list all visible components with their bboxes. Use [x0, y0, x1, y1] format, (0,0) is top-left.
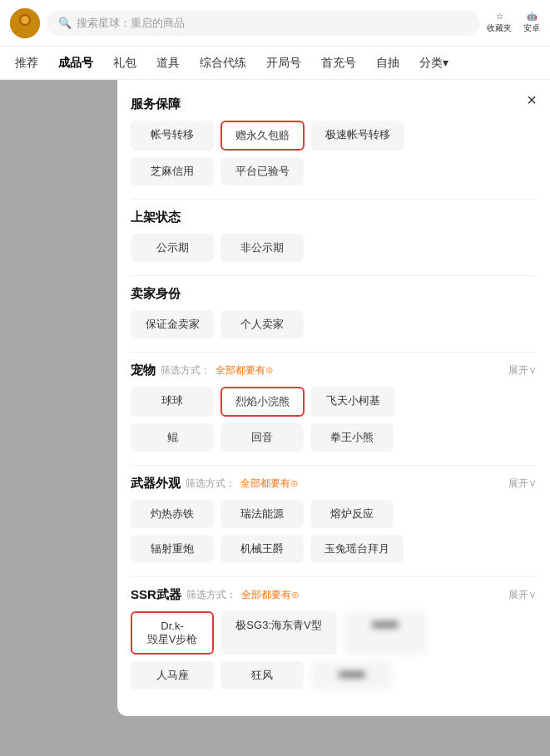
tab-agent[interactable]: 综合代练	[191, 51, 255, 76]
tag-weapon-radiation-cannon[interactable]: 辐射重炮	[131, 535, 214, 563]
section-weapon-title: 武器外观	[131, 476, 181, 492]
weapon-section-header: 武器外观 筛选方式： 全部都要有⊙ 展开∨	[131, 476, 537, 492]
section-pet-title: 宠物	[131, 363, 156, 378]
section-service: 服务保障 帐号转移 赠永久包赔 极速帐号转移 芝麻信用 平台已验号	[131, 96, 537, 185]
tag-fast-transfer[interactable]: 极速帐号转移	[311, 121, 404, 151]
section-seller: 卖家身份 保证金卖家 个人卖家	[131, 286, 537, 338]
status-tags-row-1: 公示期 非公示期	[131, 234, 537, 262]
seller-tags-row-1: 保证金卖家 个人卖家	[131, 310, 537, 338]
tag-weapon-swiss-energy[interactable]: 瑞法能源	[220, 500, 304, 528]
tag-pet-echo[interactable]: 回音	[220, 423, 304, 452]
tag-sesame-credit[interactable]: 芝麻信用	[131, 157, 214, 185]
tab-gift[interactable]: 礼包	[105, 51, 145, 76]
divider-2	[131, 275, 537, 276]
tag-pet-fire-raccoon[interactable]: 烈焰小浣熊	[220, 387, 305, 417]
tag-weapon-mechanical-duke[interactable]: 机械王爵	[220, 535, 304, 563]
tag-personal-seller[interactable]: 个人卖家	[220, 310, 304, 338]
tab-tools[interactable]: 道具	[148, 51, 188, 76]
pet-expand-button[interactable]: 展开∨	[508, 363, 537, 378]
ssr-expand-button[interactable]: 展开∨	[508, 588, 537, 602]
ssr-filter-mode-value[interactable]: 全部都要有⊙	[241, 588, 300, 602]
modal-close-button[interactable]: ×	[527, 91, 537, 108]
tab-recommend[interactable]: 推荐	[7, 51, 47, 76]
section-weapon: 武器外观 筛选方式： 全部都要有⊙ 展开∨ 灼热赤铁 瑞法能源 熔炉反应 辐射重…	[131, 476, 537, 563]
filter-modal: × 服务保障 帐号转移 赠永久包赔 极速帐号转移 芝麻信用 平台已验号 上架状态…	[117, 80, 550, 716]
nav-tabs: 推荐 成品号 礼包 道具 综合代练 开局号 首充号 自抽 分类▾	[0, 47, 550, 80]
weapon-filter-mode-value[interactable]: 全部都要有⊙	[240, 477, 299, 491]
bookmark-button[interactable]: ☆ 收藏夹	[487, 12, 512, 34]
bookmark-icon: ☆	[496, 12, 503, 21]
divider-5	[131, 576, 537, 577]
tag-pet-boxing-bear[interactable]: 拳王小熊	[310, 423, 394, 452]
pet-tags-row-2: 鲲 回音 拳王小熊	[131, 423, 537, 452]
tab-first[interactable]: 首充号	[313, 51, 364, 76]
avatar[interactable]	[10, 8, 40, 38]
pet-header-left: 宠物 筛选方式： 全部都要有⊙	[131, 363, 274, 378]
weapon-expand-button[interactable]: 展开∨	[508, 477, 537, 491]
tag-ssr-centaurus[interactable]: 人马座	[131, 661, 214, 689]
weapon-tags-row-2: 辐射重炮 机械王爵 玉兔瑶台拜月	[131, 535, 537, 563]
pet-filter-mode-label: 筛选方式：	[161, 363, 211, 378]
divider-4	[131, 465, 537, 466]
tag-weapon-jade-rabbit[interactable]: 玉兔瑶台拜月	[310, 535, 404, 563]
tag-ssr-blurred-1: ■■■■	[344, 611, 427, 655]
tab-category[interactable]: 分类▾	[411, 51, 457, 76]
ssr-tags-row-2: 人马座 狂风 ■■■■	[131, 661, 537, 689]
tag-pet-ball[interactable]: 球球	[131, 387, 214, 417]
pet-tags-row-1: 球球 烈焰小浣熊 飞天小柯基	[131, 387, 537, 417]
tag-pet-kun[interactable]: 鲲	[131, 423, 214, 452]
android-icon: 🤖	[527, 12, 537, 21]
tag-ssr-blurred-2: ■■■■	[310, 661, 394, 689]
pet-filter-mode-value[interactable]: 全部都要有⊙	[216, 363, 274, 378]
tag-public-period[interactable]: 公示期	[131, 234, 214, 262]
weapon-filter-mode-label: 筛选方式：	[186, 477, 235, 491]
content-area: × 服务保障 帐号转移 赠永久包赔 极速帐号转移 芝麻信用 平台已验号 上架状态…	[0, 80, 550, 756]
tag-ssr-gale[interactable]: 狂风	[220, 661, 304, 689]
service-tags-row-2: 芝麻信用 平台已验号	[131, 157, 537, 185]
svg-point-2	[21, 16, 29, 24]
tag-weapon-hot-iron[interactable]: 灼热赤铁	[131, 500, 214, 528]
section-service-title: 服务保障	[131, 96, 537, 112]
search-bar[interactable]: 🔍 搜索星球：重启的商品	[47, 11, 480, 36]
service-tags-row-1: 帐号转移 赠永久包赔 极速帐号转移	[131, 121, 537, 151]
pet-section-header: 宠物 筛选方式： 全部都要有⊙ 展开∨	[131, 363, 537, 378]
android-button[interactable]: 🤖 安卓	[523, 12, 540, 34]
ssr-header-left: SSR武器 筛选方式： 全部都要有⊙	[131, 587, 300, 603]
tag-non-public-period[interactable]: 非公示期	[220, 234, 304, 262]
search-placeholder: 搜索星球：重启的商品	[77, 16, 185, 31]
tag-platform-verified[interactable]: 平台已验号	[220, 157, 304, 185]
tag-ssr-drk-rifle[interactable]: Dr.k- 毁星V步枪	[131, 611, 214, 655]
ssr-section-header: SSR武器 筛选方式： 全部都要有⊙ 展开∨	[131, 587, 537, 603]
tag-account-transfer[interactable]: 帐号转移	[131, 121, 214, 151]
weapon-header-left: 武器外观 筛选方式： 全部都要有⊙	[131, 476, 299, 492]
search-icon: 🔍	[58, 17, 72, 29]
tag-guaranteed-seller[interactable]: 保证金卖家	[131, 310, 214, 338]
divider-1	[131, 199, 537, 200]
tab-start[interactable]: 开局号	[258, 51, 310, 76]
section-status: 上架状态 公示期 非公示期	[131, 210, 537, 262]
tag-ssr-sg3[interactable]: 极SG3:海东青V型	[220, 611, 337, 655]
tag-pet-flying-corgi[interactable]: 飞天小柯基	[311, 387, 394, 417]
ssr-filter-mode-label: 筛选方式：	[186, 588, 236, 602]
section-seller-title: 卖家身份	[131, 286, 537, 302]
tag-weapon-furnace[interactable]: 熔炉反应	[310, 500, 394, 528]
weapon-tags-row-1: 灼热赤铁 瑞法能源 熔炉反应	[131, 500, 537, 528]
app-header: 🔍 搜索星球：重启的商品 ☆ 收藏夹 🤖 安卓	[0, 0, 550, 47]
section-ssr-weapon: SSR武器 筛选方式： 全部都要有⊙ 展开∨ Dr.k- 毁星V步枪 极SG3:…	[131, 587, 537, 689]
divider-3	[131, 352, 537, 353]
tab-finished[interactable]: 成品号	[50, 51, 102, 76]
section-pet: 宠物 筛选方式： 全部都要有⊙ 展开∨ 球球 烈焰小浣熊 飞天小柯基 鲲 回音 …	[131, 363, 537, 452]
section-ssr-title: SSR武器	[131, 587, 181, 603]
tab-self-draw[interactable]: 自抽	[368, 51, 408, 76]
tag-permanent-warranty[interactable]: 赠永久包赔	[220, 121, 305, 151]
section-status-title: 上架状态	[131, 210, 537, 225]
ssr-tags-row-1: Dr.k- 毁星V步枪 极SG3:海东青V型 ■■■■	[131, 611, 537, 655]
header-actions: ☆ 收藏夹 🤖 安卓	[487, 12, 540, 34]
